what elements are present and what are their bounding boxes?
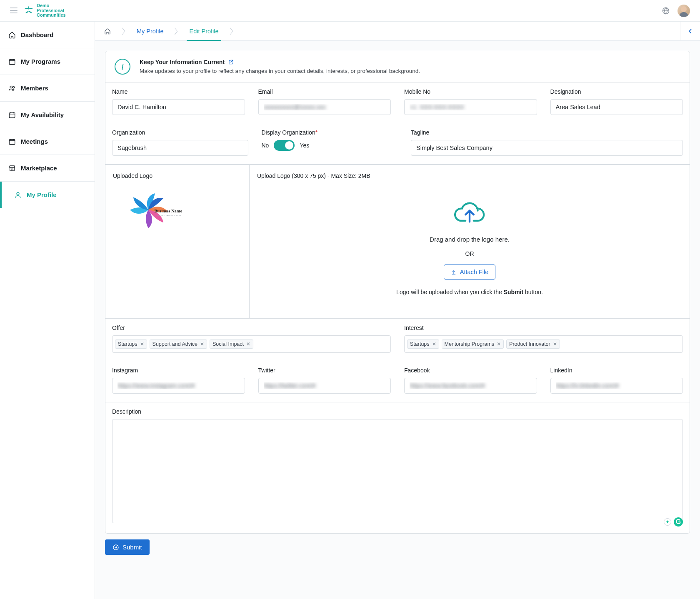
sidebar-item-my-profile[interactable]: My Profile <box>0 182 95 208</box>
label-name: Name <box>112 88 245 95</box>
sidebar-label: My Availability <box>21 111 64 118</box>
user-avatar[interactable] <box>678 5 690 17</box>
logo-business-tagline: COMPANY TAGLINE HERE <box>154 215 182 217</box>
breadcrumb-sep <box>228 22 235 40</box>
calendar-icon <box>8 111 16 119</box>
mobile-input[interactable] <box>404 99 537 115</box>
breadcrumb-edit-profile[interactable]: Edit Profile <box>180 22 228 40</box>
svg-point-2 <box>10 86 12 88</box>
topbar-right <box>662 5 690 17</box>
main: My Profile Edit Profile i Keep Your Info… <box>95 22 700 599</box>
sidebar-item-dashboard[interactable]: Dashboard <box>0 22 95 48</box>
form-row: Instagram Twitter Facebook LinkedIn <box>105 361 690 402</box>
topbar: Demo Professional Communities <box>0 0 700 22</box>
banner-title: Keep Your Information Current <box>140 59 420 65</box>
label-email: Email <box>258 88 391 95</box>
tag-chip: Product Innovator✕ <box>506 339 560 349</box>
tag-remove-icon[interactable]: ✕ <box>200 341 204 347</box>
label-upload-logo: Upload Logo (300 x 75 px) - Max Size: 2M… <box>257 172 682 179</box>
upload-caption: Drag and drop the logo here. <box>430 236 510 243</box>
twitter-input[interactable] <box>258 378 391 394</box>
attach-file-button[interactable]: Attach File <box>444 265 496 280</box>
home-icon <box>104 28 111 35</box>
form-row: Name Email Mobile No Designation <box>105 82 690 123</box>
grammarly-icon[interactable]: G <box>674 517 683 527</box>
store-icon <box>8 165 16 172</box>
designation-input[interactable] <box>550 99 683 115</box>
info-icon: i <box>115 59 130 75</box>
label-twitter: Twitter <box>258 367 391 374</box>
svg-rect-5 <box>9 139 15 144</box>
instagram-input[interactable] <box>112 378 245 394</box>
form-row: Organization Display Organization* No Ye… <box>105 123 690 165</box>
sidebar-label: My Profile <box>27 191 57 198</box>
label-description: Description <box>112 408 683 415</box>
toggle-no-label: No <box>262 142 269 149</box>
svg-point-6 <box>17 192 19 195</box>
display-org-toggle[interactable] <box>274 140 295 151</box>
description-textarea[interactable] <box>112 419 683 523</box>
grammarly-plus-icon[interactable]: ✦ <box>664 518 671 526</box>
label-organization: Organization <box>112 129 248 136</box>
tag-chip-label: Social Impact <box>212 341 244 347</box>
hamburger-menu-icon[interactable] <box>10 7 18 13</box>
svg-rect-4 <box>9 112 15 117</box>
upload-icon <box>451 269 457 275</box>
tag-remove-icon[interactable]: ✕ <box>432 341 436 347</box>
banner-desc: Make updates to your profile to reflect … <box>140 68 420 74</box>
tag-remove-icon[interactable]: ✕ <box>553 341 557 347</box>
label-mobile: Mobile No <box>404 88 537 95</box>
sidebar-label: Marketplace <box>21 165 57 172</box>
sidebar-item-meetings[interactable]: Meetings <box>0 128 95 155</box>
sidebar-item-my-programs[interactable]: My Programs <box>0 48 95 75</box>
edit-profile-card: i Keep Your Information Current Make upd… <box>105 51 690 534</box>
external-link-icon[interactable] <box>228 59 234 65</box>
tag-chip-label: Support and Advice <box>152 341 198 347</box>
interest-tags-input[interactable]: Startups✕Mentorship Programs✕Product Inn… <box>404 335 683 353</box>
chevron-left-icon <box>688 29 693 34</box>
cloud-upload-icon <box>453 199 486 224</box>
label-facebook: Facebook <box>404 367 537 374</box>
upload-dropzone[interactable]: Drag and drop the logo here. OR Attach F… <box>257 183 682 295</box>
svg-point-3 <box>13 86 15 88</box>
tag-chip: Social Impact✕ <box>210 339 253 349</box>
facebook-input[interactable] <box>404 378 537 394</box>
breadcrumb-my-profile[interactable]: My Profile <box>128 22 172 40</box>
globe-icon[interactable] <box>662 7 670 15</box>
tagline-input[interactable] <box>411 140 683 156</box>
form-row: Offer Startups✕Support and Advice✕Social… <box>105 319 690 361</box>
tag-chip: Support and Advice✕ <box>150 339 207 349</box>
upload-or: OR <box>465 250 474 257</box>
label-offer: Offer <box>112 324 391 331</box>
uploaded-logo-preview: Business Name COMPANY TAGLINE HERE <box>113 183 184 233</box>
tag-chip-label: Startups <box>118 341 138 347</box>
sidebar-item-my-availability[interactable]: My Availability <box>0 102 95 128</box>
email-input[interactable] <box>258 99 391 115</box>
sidebar-item-marketplace[interactable]: Marketplace <box>0 155 95 182</box>
toggle-yes-label: Yes <box>300 142 309 149</box>
submit-button[interactable]: Submit <box>105 539 150 555</box>
grammarly-widget[interactable]: ✦ G <box>664 517 683 527</box>
tag-chip: Startups✕ <box>407 339 439 349</box>
linkedin-input[interactable] <box>550 378 683 394</box>
tag-remove-icon[interactable]: ✕ <box>497 341 501 347</box>
sidebar-label: Dashboard <box>21 31 53 38</box>
breadcrumb-home[interactable] <box>95 22 120 40</box>
brand-logo[interactable]: Demo Professional Communities <box>23 3 66 18</box>
brand-mark-icon <box>23 5 34 16</box>
tag-remove-icon[interactable]: ✕ <box>246 341 250 347</box>
svg-rect-1 <box>9 59 15 64</box>
organization-input[interactable] <box>112 140 248 156</box>
user-icon <box>14 191 22 199</box>
sidebar-item-members[interactable]: Members <box>0 75 95 102</box>
breadcrumb-collapse-button[interactable] <box>680 22 700 40</box>
tag-chip: Startups✕ <box>115 339 147 349</box>
label-tagline: Tagline <box>411 129 683 136</box>
offer-tags-input[interactable]: Startups✕Support and Advice✕Social Impac… <box>112 335 391 353</box>
info-banner: i Keep Your Information Current Make upd… <box>105 51 690 82</box>
breadcrumb-sep <box>120 22 128 40</box>
tag-remove-icon[interactable]: ✕ <box>140 341 144 347</box>
calendar-icon <box>8 138 16 145</box>
name-input[interactable] <box>112 99 245 115</box>
label-interest: Interest <box>404 324 683 331</box>
